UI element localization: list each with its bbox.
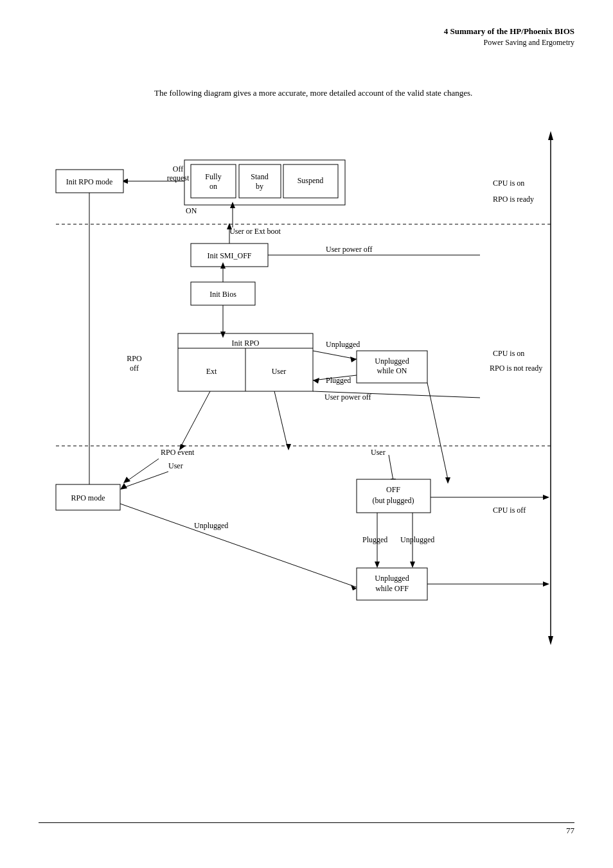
svg-marker-43: [220, 332, 226, 338]
footer-line: [39, 822, 574, 823]
svg-text:RPO event: RPO event: [161, 448, 195, 457]
svg-text:Suspend: Suspend: [298, 176, 324, 185]
svg-line-62: [127, 459, 159, 481]
svg-marker-84: [375, 562, 380, 568]
svg-text:User or Ext boot: User or Ext boot: [229, 227, 281, 236]
svg-text:Fully: Fully: [205, 172, 221, 181]
svg-line-72: [274, 391, 287, 446]
svg-text:ON: ON: [186, 206, 197, 215]
svg-text:RPO mode: RPO mode: [71, 493, 105, 502]
svg-text:Plugged: Plugged: [362, 535, 387, 544]
svg-text:Init RPO mode: Init RPO mode: [66, 177, 113, 186]
svg-text:User power off: User power off: [326, 245, 372, 254]
svg-rect-6: [191, 164, 236, 198]
svg-line-94: [120, 504, 357, 587]
svg-text:Init SMI_OFF: Init SMI_OFF: [207, 251, 251, 260]
svg-marker-89: [543, 495, 549, 500]
svg-marker-73: [286, 444, 291, 450]
svg-text:on: on: [209, 182, 217, 191]
svg-rect-9: [239, 164, 281, 198]
svg-text:CPU is off: CPU is off: [493, 506, 526, 515]
svg-text:off: off: [130, 364, 139, 373]
svg-text:Init Bios: Init Bios: [209, 290, 236, 299]
svg-text:RPO: RPO: [127, 354, 142, 363]
svg-line-79: [427, 383, 448, 479]
svg-text:Stand: Stand: [251, 172, 268, 181]
svg-marker-4: [548, 636, 553, 645]
svg-marker-87: [410, 562, 415, 568]
svg-text:OFF: OFF: [386, 485, 400, 494]
svg-text:Off: Off: [173, 164, 183, 173]
svg-marker-95: [351, 585, 357, 590]
svg-marker-52: [313, 378, 319, 384]
svg-text:Ext: Ext: [206, 367, 217, 376]
svg-text:(but plugged): (but plugged): [373, 496, 414, 505]
svg-text:User: User: [272, 367, 287, 376]
svg-marker-3: [548, 131, 553, 140]
svg-text:RPO is ready: RPO is ready: [493, 195, 534, 204]
svg-text:while OFF: while OFF: [375, 584, 409, 593]
state-diagram: Fully on Stand by Suspend Off request ON…: [43, 118, 570, 677]
svg-line-65: [123, 472, 168, 488]
intro-paragraph: The following diagram gives a more accur…: [154, 87, 574, 100]
svg-text:User: User: [168, 461, 183, 470]
svg-line-48: [313, 351, 357, 359]
diagram-svg: Fully on Stand by Suspend Off request ON…: [43, 118, 570, 677]
svg-line-70: [181, 391, 210, 446]
svg-text:CPU is on: CPU is on: [493, 179, 524, 188]
svg-text:while ON: while ON: [377, 366, 407, 375]
svg-text:Init RPO: Init RPO: [231, 339, 259, 348]
svg-text:RPO is not ready: RPO is not ready: [490, 364, 542, 373]
svg-text:Unplugged: Unplugged: [194, 521, 228, 530]
svg-line-68: [389, 455, 393, 481]
svg-text:Unplugged: Unplugged: [375, 357, 409, 366]
chapter-subtitle: Power Saving and Ergometry: [39, 37, 574, 48]
svg-text:User: User: [371, 448, 386, 457]
svg-text:Unplugged: Unplugged: [400, 535, 434, 544]
svg-marker-80: [445, 477, 450, 484]
svg-text:Unplugged: Unplugged: [375, 574, 409, 583]
svg-text:by: by: [256, 182, 263, 191]
svg-text:CPU is on: CPU is on: [493, 349, 524, 358]
svg-marker-63: [123, 477, 130, 483]
chapter-title: 4 Summary of the HP/Phoenix BIOS: [39, 26, 574, 37]
svg-marker-49: [350, 357, 357, 362]
page-number: 77: [566, 826, 574, 836]
page-header: 4 Summary of the HP/Phoenix BIOS Power S…: [39, 26, 574, 48]
svg-text:Unplugged: Unplugged: [326, 340, 360, 349]
svg-text:User power off: User power off: [324, 393, 371, 402]
svg-marker-97: [543, 581, 549, 587]
page: 4 Summary of the HP/Phoenix BIOS Power S…: [0, 0, 613, 868]
